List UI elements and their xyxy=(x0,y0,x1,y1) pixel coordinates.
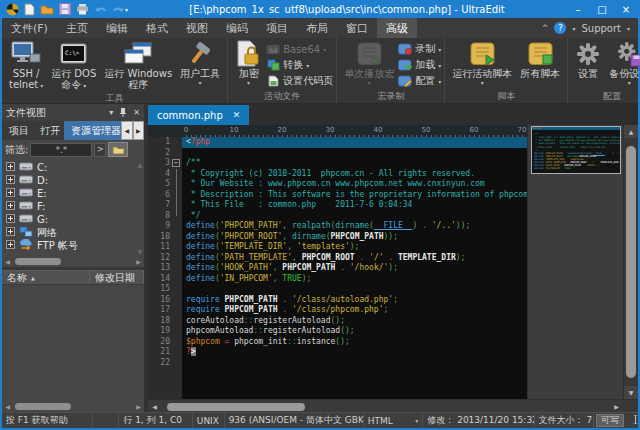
expander-plus-icon[interactable] xyxy=(6,162,15,173)
menu-tab-8[interactable]: 窗口 xyxy=(337,18,377,39)
tree-item-[interactable]: 网络 xyxy=(2,226,144,239)
ribbon-button-encrypt[interactable]: 加密▾ xyxy=(231,39,266,90)
menu-tab-4[interactable]: 视图 xyxy=(177,18,217,39)
code-token: (); xyxy=(331,316,345,325)
tab-close-icon[interactable]: ✕ xyxy=(233,110,241,120)
scroll-preview-popup: <?php/** * Copyright (c) 2010-2011 phpco… xyxy=(531,126,621,174)
column-header-1[interactable]: 修改日期 xyxy=(90,271,144,284)
editor-hscroll-track[interactable] xyxy=(161,401,610,412)
expander-plus-icon[interactable] xyxy=(6,188,15,199)
vscroll-track[interactable] xyxy=(624,138,638,386)
tree-hscrollbar[interactable]: ◀ ▶ xyxy=(2,256,144,267)
close-button[interactable]: × xyxy=(614,0,638,18)
ribbon-button-all-scripts[interactable]: 所有脚本 xyxy=(516,39,564,90)
status-cell-4[interactable]: 936 (ANSI/OEM - 简体中文 GBK)▾ xyxy=(225,413,364,428)
expander-plus-icon[interactable] xyxy=(6,227,15,238)
expander-plus-icon[interactable] xyxy=(6,240,15,251)
scroll-right-icon[interactable]: ▶ xyxy=(133,258,144,265)
sidebar-tab-1[interactable]: 打开 xyxy=(33,121,64,140)
ribbon-button-run-active-script[interactable]: 运行活动脚本▾ xyxy=(448,39,516,90)
tree-item-C[interactable]: C: xyxy=(2,161,144,174)
expander-plus-icon[interactable] xyxy=(6,201,15,212)
ribbon-button-configure-macro[interactable]: 配置▾ xyxy=(398,73,441,89)
ribbon-button-windows-program[interactable]: 运行 Windows程序 xyxy=(100,39,176,92)
editor-hscroll-thumb[interactable] xyxy=(167,403,305,411)
menu-tab-9[interactable]: 高级 xyxy=(377,18,417,39)
ribbon-button-backup-settings[interactable]: 备份设置▾ xyxy=(605,39,640,90)
tree-hscroll-thumb[interactable] xyxy=(15,258,61,265)
scroll-up-icon[interactable]: ▲ xyxy=(624,125,638,138)
menu-tab-0[interactable]: 文件(F) xyxy=(2,18,57,39)
sidebar-tab-0[interactable]: 项目 xyxy=(2,121,33,140)
code-area[interactable]: <?php/** * Copyright (c) 2010-2011 phpco… xyxy=(182,137,527,399)
minimize-button[interactable]: – xyxy=(566,0,590,18)
fold-collapse-icon[interactable]: − xyxy=(172,159,180,167)
ribbon-button-record-macro[interactable]: 录制▾ xyxy=(398,41,441,57)
scroll-right-icon[interactable]: ▶ xyxy=(610,403,623,410)
expander-plus-icon[interactable] xyxy=(6,175,15,186)
tree-item-F[interactable]: F: xyxy=(2,200,144,213)
filter-browse-button[interactable] xyxy=(108,142,128,157)
support-dropdown-icon[interactable]: ▾ xyxy=(627,25,630,32)
ribbon-button-load-macro[interactable]: 加载▾ xyxy=(398,57,441,73)
tree-item-D[interactable]: D: xyxy=(2,174,144,187)
scroll-left-icon[interactable]: ◀ xyxy=(148,403,161,410)
editor-vscrollbar[interactable]: ▲ ▼ xyxy=(623,125,638,399)
save-icon[interactable] xyxy=(59,3,71,15)
panel-dropdown-icon[interactable]: ▾ xyxy=(109,108,113,117)
expander-plus-icon[interactable] xyxy=(6,214,15,225)
help-icon[interactable]: ? xyxy=(554,22,566,34)
scroll-left-icon[interactable]: ◀ xyxy=(2,403,13,410)
ultraedit-logo-icon[interactable] xyxy=(6,3,19,16)
status-cell-8[interactable]: 可写 xyxy=(596,414,624,427)
redo-icon[interactable] xyxy=(112,4,125,15)
tree-item-FTP[interactable]: FTP 帐号 xyxy=(2,239,144,252)
tree-scroll-down-icon[interactable]: ▼ xyxy=(137,248,142,255)
menu-tab-3[interactable]: 格式 xyxy=(137,18,177,39)
menu-tab-2[interactable]: 编辑 xyxy=(97,18,137,39)
sidebar-tab-2[interactable]: 资源管理器 xyxy=(64,121,121,140)
scroll-right-icon[interactable]: ▶ xyxy=(133,403,144,410)
ribbon-button-convert[interactable]: 转换▾ xyxy=(266,57,333,73)
filter-go-button[interactable]: > xyxy=(94,143,106,157)
list-hscrollbar[interactable]: ◀ ▶ xyxy=(2,400,144,412)
vscroll-thumb[interactable] xyxy=(626,146,636,378)
ribbon-button-ssh-terminal[interactable]: SSH /telnet ▾ xyxy=(5,39,47,92)
support-menu[interactable]: Support xyxy=(581,23,621,34)
tree-item-G[interactable]: G: xyxy=(2,213,144,226)
document-tab-common-php[interactable]: common.php ✕ xyxy=(148,105,249,125)
tree-item-label: C: xyxy=(37,162,47,173)
panel-close-icon[interactable]: ✕ xyxy=(133,108,140,117)
editor-hscrollbar[interactable]: ◀ ▶ xyxy=(148,399,638,412)
menu-tab-5[interactable]: 编码 xyxy=(217,18,257,39)
list-hscroll-track[interactable] xyxy=(13,402,133,411)
list-hscroll-thumb[interactable] xyxy=(15,403,71,410)
column-header-0[interactable]: 名称▲ xyxy=(2,271,90,284)
tree-item-E[interactable]: E: xyxy=(2,187,144,200)
filter-input[interactable] xyxy=(30,143,92,157)
open-folder-icon[interactable] xyxy=(40,4,54,15)
tree-scroll-up-icon[interactable]: ▲ xyxy=(137,161,142,168)
tree-hscroll-track[interactable] xyxy=(13,257,133,266)
scroll-down-icon[interactable]: ▼ xyxy=(624,386,638,399)
scroll-left-icon[interactable]: ◀ xyxy=(2,258,13,265)
ribbon-button-settings-gear[interactable]: 设置 xyxy=(571,39,605,90)
ribbon-button-user-tools[interactable]: 用户工具▾ xyxy=(176,39,224,92)
menu-tab-1[interactable]: 主页 xyxy=(57,18,97,39)
ribbon-button-codepage[interactable]: 设置代码页 xyxy=(266,73,333,89)
maximize-button[interactable]: □ xyxy=(590,0,614,18)
undo-icon[interactable] xyxy=(94,4,107,15)
pin-icon[interactable] xyxy=(119,107,127,119)
print-icon[interactable] xyxy=(76,3,89,15)
ribbon-button-dos-command[interactable]: C:\>运行 DOS命令 ▾ xyxy=(47,39,100,92)
collapse-ribbon-icon[interactable]: ^ xyxy=(542,24,549,33)
menu-tab-7[interactable]: 布局 xyxy=(297,18,337,39)
new-file-icon[interactable] xyxy=(24,3,35,16)
code-line-18: coreAutoload::registerAutoload(); xyxy=(182,316,527,327)
help-dropdown-icon[interactable]: ▾ xyxy=(572,25,575,32)
menu-tab-6[interactable]: 项目 xyxy=(257,18,297,39)
status-cell-5[interactable]: HTML▾ xyxy=(364,413,424,428)
dropdown-arrow-icon[interactable]: ▾ xyxy=(415,417,418,424)
tab-scroll-right-icon[interactable]: ▶ xyxy=(133,121,144,140)
tab-scroll-left-icon[interactable]: ◀ xyxy=(121,121,132,140)
